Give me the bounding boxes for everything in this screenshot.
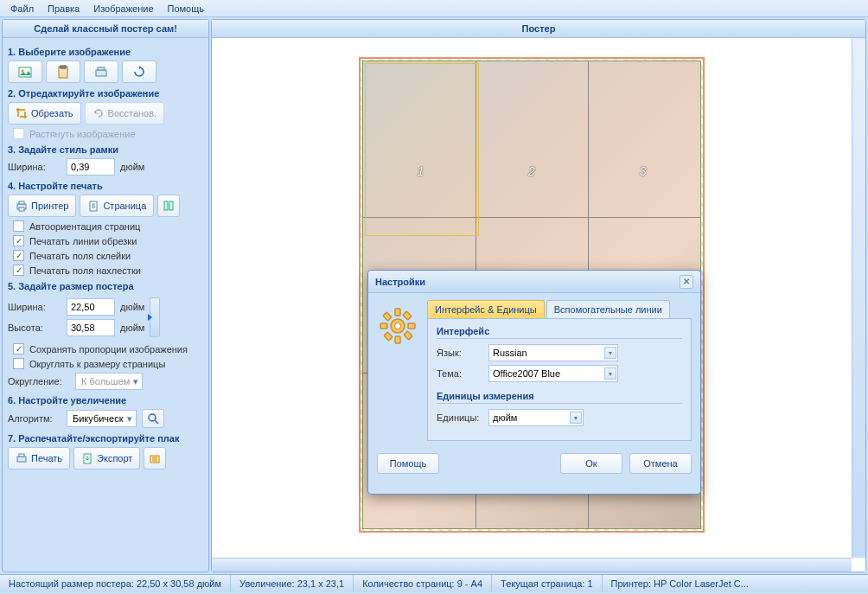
theme-combo[interactable]: Office2007 Blue▾ <box>488 365 618 382</box>
svg-rect-7 <box>19 201 24 204</box>
svg-rect-23 <box>383 312 392 321</box>
export-button[interactable]: Экспорт <box>73 447 140 469</box>
dialog-ok-button[interactable]: Ок <box>560 453 622 474</box>
svg-rect-21 <box>380 323 387 329</box>
poster-height-input[interactable] <box>67 319 115 336</box>
poster-width-input[interactable] <box>67 298 115 316</box>
theme-label: Тема: <box>437 368 488 379</box>
language-combo[interactable]: Russian▾ <box>488 344 618 361</box>
round-label: Округлять к размеру страницы <box>29 359 165 369</box>
page-button[interactable]: Страница <box>80 195 154 217</box>
keep-ratio-label: Сохранять пропорции изображения <box>29 344 188 354</box>
round-checkbox[interactable] <box>13 358 24 369</box>
svg-rect-25 <box>403 311 412 320</box>
step1-header: 1. Выберите изображение <box>8 47 203 57</box>
menu-bar: Файл Правка Изображение Помощь <box>0 0 868 17</box>
settings-dialog: Настройки ✕ Интерфейс & Единицы Вспомога… <box>367 270 701 495</box>
dialog-help-button[interactable]: Помощь <box>377 453 439 474</box>
step3-header: 3. Задайте стиль рамки <box>8 144 203 155</box>
svg-rect-11 <box>169 201 173 210</box>
size-slider[interactable] <box>150 297 160 337</box>
status-printer: Принтер: HP Color LaserJet C... <box>603 575 868 592</box>
units-label: Единицы: <box>437 412 488 423</box>
status-size: Настоящий размер постера: 22,50 x 30,58 … <box>0 575 231 592</box>
preview-zoom-button[interactable] <box>142 409 164 428</box>
border-width-unit: дюйм <box>120 162 144 172</box>
print-button[interactable]: Печать <box>8 447 70 469</box>
tab-interface[interactable]: Интерфейс & Единицы <box>427 300 545 318</box>
stretch-checkbox-row: Растянуть изображение <box>13 128 203 139</box>
gear-icon <box>377 305 418 347</box>
tab-guides[interactable]: Вспомогательные линии <box>546 300 670 318</box>
svg-rect-19 <box>395 309 400 316</box>
status-pages: Количество страниц: 9 - A4 <box>354 575 492 592</box>
menu-help[interactable]: Помощь <box>161 2 212 16</box>
dialog-close-button[interactable]: ✕ <box>680 275 693 289</box>
svg-point-12 <box>149 414 156 421</box>
horizontal-scrollbar[interactable] <box>212 558 852 572</box>
svg-rect-3 <box>61 66 66 68</box>
vertical-scrollbar[interactable] <box>852 38 865 558</box>
page-settings-button[interactable] <box>157 195 180 217</box>
svg-line-13 <box>155 420 158 424</box>
sidebar-header[interactable]: Сделай классный постер сам! <box>3 20 208 38</box>
selection-box[interactable] <box>365 63 479 236</box>
language-label: Язык: <box>437 348 488 358</box>
svg-rect-15 <box>19 454 24 457</box>
status-zoom: Увеличение: 23,1 x 23,1 <box>231 575 354 592</box>
svg-point-27 <box>395 323 401 329</box>
print-overlap-label: Печатать поля нахлестки <box>29 265 141 276</box>
step4-header: 4. Настройте печать <box>8 181 203 191</box>
step2-header: 2. Отредактируйте изображение <box>8 88 203 99</box>
sidebar: Сделай классный постер сам! 1. Выберите … <box>2 19 209 572</box>
print-glue-checkbox[interactable]: ✓ <box>13 250 24 261</box>
stretch-checkbox[interactable] <box>13 128 24 139</box>
export-settings-button[interactable] <box>144 447 166 469</box>
svg-rect-14 <box>17 457 26 462</box>
menu-file[interactable]: Файл <box>3 2 41 16</box>
rotate-button[interactable] <box>122 61 156 83</box>
border-width-input[interactable] <box>67 158 115 176</box>
step7-header: 7. Распечатайте/экспортируйте плак <box>8 433 203 444</box>
poster-height-label: Высота: <box>8 323 61 333</box>
border-width-label: Ширина: <box>8 162 61 172</box>
page-number-1: 1 <box>417 164 424 178</box>
scan-button[interactable] <box>84 61 118 83</box>
units-combo[interactable]: дюйм▾ <box>488 409 584 426</box>
keep-ratio-checkbox[interactable]: ✓ <box>13 343 24 354</box>
dialog-cancel-button[interactable]: Отмена <box>629 453 692 474</box>
crop-button[interactable]: Обрезать <box>8 102 81 125</box>
svg-rect-20 <box>395 336 400 343</box>
open-image-button[interactable] <box>8 61 42 83</box>
status-current: Текущая страница: 1 <box>492 575 602 592</box>
svg-rect-8 <box>19 208 24 211</box>
svg-rect-24 <box>404 331 412 340</box>
algo-label: Алгоритм: <box>8 413 61 424</box>
status-bar: Настоящий размер постера: 22,50 x 30,58 … <box>0 574 868 592</box>
dialog-title-bar[interactable]: Настройки ✕ <box>368 271 700 293</box>
print-cut-label: Печатать линии обрезки <box>29 236 137 246</box>
rounding-label: Округление: <box>8 376 70 386</box>
main-header: Постер <box>212 20 865 38</box>
rounding-select[interactable]: К большем▾ <box>75 373 143 390</box>
printer-button[interactable]: Принтер <box>8 195 76 217</box>
paste-button[interactable] <box>46 61 80 83</box>
svg-rect-4 <box>96 70 106 76</box>
menu-edit[interactable]: Правка <box>41 2 86 16</box>
print-cut-checkbox[interactable]: ✓ <box>13 235 24 246</box>
auto-orient-checkbox[interactable] <box>13 220 24 232</box>
svg-rect-5 <box>98 67 105 70</box>
svg-rect-26 <box>384 332 393 341</box>
group-interface: Интерфейс <box>437 326 682 339</box>
menu-image[interactable]: Изображение <box>86 2 160 16</box>
svg-rect-10 <box>164 201 168 210</box>
page-number-2: 2 <box>528 164 535 178</box>
print-glue-label: Печатать поля склейки <box>29 251 131 261</box>
restore-button[interactable]: Восстанов. <box>85 102 165 125</box>
print-overlap-checkbox[interactable]: ✓ <box>13 265 24 276</box>
algo-select[interactable]: Бикубическ▾ <box>67 410 137 427</box>
auto-orient-label: Автоориентация страниц <box>29 221 140 232</box>
svg-rect-0 <box>19 67 31 77</box>
group-units: Единицы измерения <box>437 391 682 404</box>
page-number-3: 3 <box>640 164 647 178</box>
